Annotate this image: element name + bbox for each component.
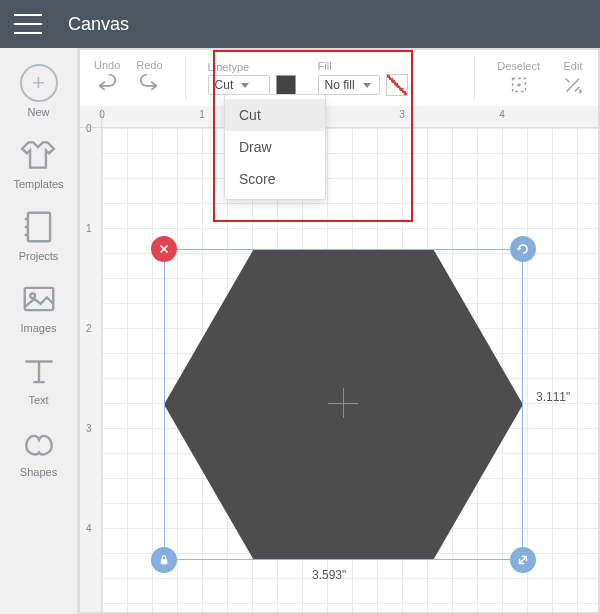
- tool-rail: + New Templates Projects Images Text Sha…: [0, 48, 78, 614]
- linetype-value: Cut: [215, 78, 234, 92]
- linetype-label: Linetype: [208, 61, 250, 73]
- linetype-select[interactable]: Cut: [208, 75, 270, 95]
- rail-templates[interactable]: Templates: [13, 136, 63, 190]
- fill-label: Fill: [318, 60, 332, 72]
- stage: Undo Redo Linetype Cut: [78, 48, 600, 614]
- redo-label: Redo: [136, 59, 162, 71]
- selection-bbox[interactable]: [164, 249, 523, 560]
- undo-icon[interactable]: [96, 73, 118, 97]
- edit-group: Edit: [562, 60, 584, 96]
- rail-label: Text: [28, 394, 48, 406]
- deselect-icon[interactable]: [508, 74, 530, 96]
- rail-label: Projects: [19, 250, 59, 262]
- linetype-option-score[interactable]: Score: [225, 163, 325, 195]
- undo-label: Undo: [94, 59, 120, 71]
- rail-label: Templates: [13, 178, 63, 190]
- fill-nofill-swatch[interactable]: [386, 74, 408, 96]
- deselect-label: Deselect: [497, 60, 540, 72]
- linetype-color-swatch[interactable]: [276, 75, 296, 95]
- linetype-dropdown: Cut Draw Score: [224, 94, 326, 200]
- svg-rect-11: [161, 559, 167, 564]
- edit-toolbar: Undo Redo Linetype Cut: [80, 50, 598, 106]
- rail-projects[interactable]: Projects: [19, 208, 59, 262]
- height-readout: 3.111": [536, 390, 570, 404]
- ruler-vertical: 0 1 2 3 4: [80, 128, 102, 612]
- ruler-tick: 1: [86, 223, 92, 234]
- plus-icon: +: [20, 64, 58, 102]
- rail-text[interactable]: Text: [20, 352, 58, 406]
- canvas-grid[interactable]: 3.593" 3.111": [102, 128, 598, 612]
- svg-point-5: [30, 293, 35, 298]
- lock-handle[interactable]: [151, 547, 177, 573]
- canvas[interactable]: 0 1 2 3 4 5 0 1 2 3 4: [80, 106, 598, 612]
- rail-label: Shapes: [20, 466, 57, 478]
- deselect-group: Deselect: [497, 60, 540, 96]
- ruler-horizontal: 0 1 2 3 4 5: [102, 106, 598, 128]
- rail-images[interactable]: Images: [20, 280, 58, 334]
- rail-new[interactable]: + New: [20, 64, 58, 118]
- ruler-tick: 3: [86, 423, 92, 434]
- undo-redo-group: Undo Redo: [94, 59, 163, 97]
- image-icon: [20, 280, 58, 318]
- edit-label: Edit: [564, 60, 583, 72]
- app-header: Canvas: [0, 0, 600, 48]
- edit-tools-icon[interactable]: [562, 74, 584, 96]
- delete-handle[interactable]: [151, 236, 177, 262]
- menu-icon[interactable]: [14, 14, 42, 34]
- svg-rect-0: [27, 213, 49, 242]
- rail-label: Images: [20, 322, 56, 334]
- rail-shapes[interactable]: Shapes: [20, 424, 58, 478]
- redo-icon[interactable]: [138, 73, 160, 97]
- width-readout: 3.593": [312, 568, 346, 582]
- fill-group: Fill No fill: [318, 60, 408, 96]
- ruler-tick: 0: [99, 109, 105, 120]
- page-title: Canvas: [68, 14, 129, 35]
- fill-value: No fill: [325, 78, 355, 92]
- ruler-tick: 0: [86, 123, 92, 134]
- linetype-group: Linetype Cut: [208, 61, 296, 95]
- notebook-icon: [20, 208, 58, 246]
- linetype-option-draw[interactable]: Draw: [225, 131, 325, 163]
- ruler-tick: 4: [86, 523, 92, 534]
- rail-label: New: [27, 106, 49, 118]
- shapes-icon: [20, 424, 58, 462]
- linetype-option-cut[interactable]: Cut: [225, 99, 325, 131]
- scale-handle[interactable]: [510, 547, 536, 573]
- chevron-down-icon: [241, 83, 249, 88]
- ruler-tick: 1: [199, 109, 205, 120]
- ruler-tick: 3: [399, 109, 405, 120]
- ruler-tick: 4: [499, 109, 505, 120]
- tshirt-icon: [19, 136, 57, 174]
- rotate-handle[interactable]: [510, 236, 536, 262]
- fill-select[interactable]: No fill: [318, 75, 380, 95]
- text-icon: [20, 352, 58, 390]
- ruler-tick: 2: [86, 323, 92, 334]
- chevron-down-icon: [363, 83, 371, 88]
